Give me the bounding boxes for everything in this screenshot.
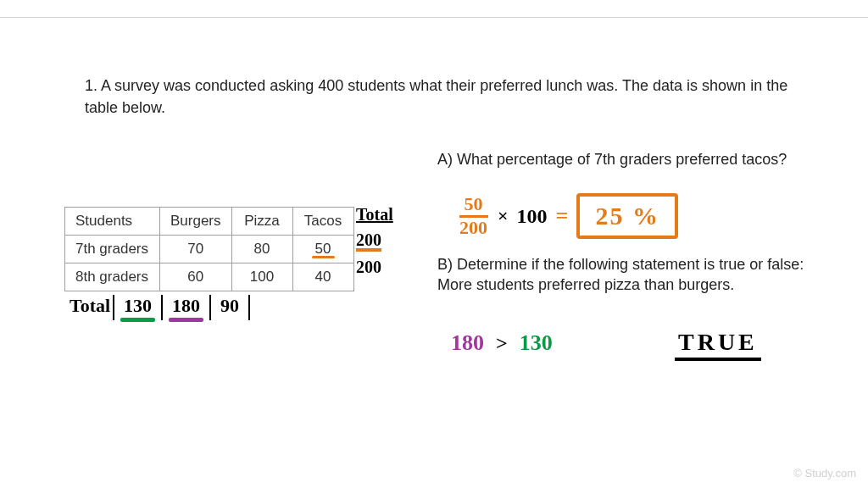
- question-body: A survey was conducted asking 400 studen…: [85, 77, 787, 116]
- cell: 80: [231, 236, 292, 263]
- question-number: 1.: [85, 77, 97, 94]
- cell: 100: [231, 263, 292, 291]
- part-a-prompt: A) What percentage of 7th graders prefer…: [437, 149, 819, 169]
- cell: 40: [292, 263, 353, 291]
- question-text: 1. A survey was conducted asking 400 stu…: [85, 75, 797, 119]
- row-total-annotation: Total 130 180 90: [70, 295, 253, 317]
- equals-icon: =: [556, 203, 569, 229]
- col-pizza: Pizza: [231, 208, 292, 236]
- value-pizza: 180: [451, 330, 484, 356]
- col-students: Students: [65, 208, 160, 236]
- hundred: 100: [517, 205, 548, 228]
- col-total-burgers: 130: [117, 295, 159, 317]
- numerator: 50: [459, 194, 488, 217]
- table-row: 8th graders 60 100 40: [65, 263, 354, 291]
- multiply-icon: ×: [498, 205, 509, 227]
- greater-than-icon: >: [496, 332, 508, 355]
- col-total-tacos: 90: [214, 295, 246, 317]
- column-total-annotation: Total 200 200: [356, 205, 393, 277]
- col-total-pizza: 180: [165, 295, 207, 317]
- col-burgers: Burgers: [160, 208, 232, 236]
- table-header-row: Students Burgers Pizza Tacos: [65, 208, 354, 236]
- data-table: Students Burgers Pizza Tacos 7th graders…: [64, 207, 354, 291]
- denominator: 200: [458, 218, 489, 238]
- row-label: 7th graders: [65, 236, 160, 263]
- value-burgers: 130: [520, 330, 553, 356]
- table-row: 7th graders 70 80 50: [65, 236, 354, 263]
- cell: 60: [160, 263, 232, 291]
- part-b-work: 180 > 130: [451, 330, 553, 356]
- part-a-answer: 25 %: [576, 193, 678, 239]
- total-label: Total: [356, 205, 393, 225]
- divider-icon: [209, 295, 211, 320]
- cell-highlighted: 50: [292, 236, 353, 263]
- part-b-answer: TRUE: [675, 329, 761, 361]
- row-total-7th: 200: [356, 231, 381, 252]
- row-label: 8th graders: [65, 263, 160, 291]
- divider-icon: [161, 295, 163, 320]
- total-label: Total: [70, 295, 110, 317]
- divider-icon: [248, 295, 250, 320]
- part-b-prompt: B) Determine if the following statement …: [437, 254, 827, 296]
- row-total-8th: 200: [356, 258, 393, 277]
- watermark: © Study.com: [793, 467, 856, 480]
- part-a-work: 50 200 × 100 = 25 %: [458, 193, 678, 239]
- col-tacos: Tacos: [292, 208, 353, 236]
- fraction: 50 200: [458, 194, 489, 237]
- divider: [0, 17, 868, 18]
- cell: 70: [160, 236, 232, 263]
- divider-icon: [113, 295, 114, 320]
